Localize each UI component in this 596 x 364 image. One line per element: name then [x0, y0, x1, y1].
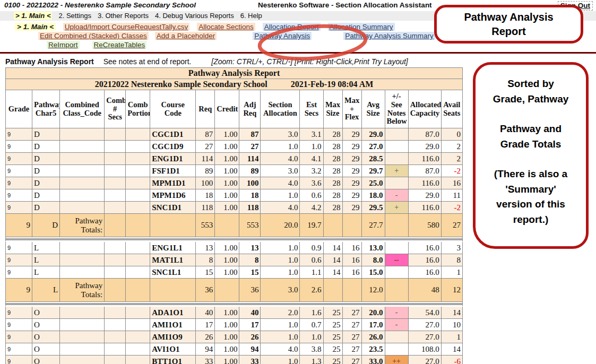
cell-pathway: D — [32, 141, 60, 153]
cell-allocated-capacity: 29.0 — [408, 141, 441, 153]
cell-credit: 1.00 — [215, 242, 239, 254]
cell-grade: 9 — [6, 189, 32, 202]
cell-combined-class-code — [60, 343, 105, 356]
cell-comb-portion — [126, 242, 150, 254]
col-header-max-flex: Max + Flex — [342, 90, 361, 128]
cell-section-allocation: 3.0 — [261, 165, 300, 177]
cell-totals-section-allocation: 3.0 — [261, 279, 300, 302]
cell-avg-size: 15.0 — [361, 266, 385, 279]
cell-course-code: AMI1O9 — [150, 331, 196, 343]
cell-totals-pathway: D — [32, 214, 60, 237]
cell-totals-note — [385, 214, 408, 237]
cell-comb-secs — [105, 153, 126, 165]
cell-est-secs: 1.3 — [300, 356, 323, 364]
cell-combined-class-code — [60, 189, 105, 202]
cell-allocated-capacity: 116.0 — [408, 202, 441, 214]
col-header-credit: Credit — [215, 90, 239, 128]
nav-link-pathway-analysis[interactable]: Pathway Analysis — [253, 32, 312, 40]
cell-course-code: CGC1D1 — [150, 128, 196, 141]
cell-section-allocation: 1.0 — [261, 319, 300, 331]
cell-course-code: ADA1O1 — [150, 307, 196, 319]
cell-course-code: ENG1D1 — [150, 153, 196, 165]
cell-max-flex: 16 — [342, 254, 361, 266]
nav-link-edit-combined-stacked-classes[interactable]: Edit Combined (Stacked) Classes — [38, 32, 149, 40]
callout-side-line: 'Summary' — [476, 182, 586, 197]
cell-totals-comb-portion — [126, 214, 150, 237]
cell-pathway: O — [32, 331, 60, 343]
group-separator-cell — [6, 302, 463, 307]
cell-grade: 9 — [6, 153, 32, 165]
cell-totals-adj-req: 553 — [239, 214, 261, 237]
cell-adj-req: 33 — [239, 356, 261, 364]
cell-est-secs: 3.2 — [300, 165, 323, 177]
cell-course-code: SNC1L1 — [150, 266, 196, 279]
nav-link-add-a-placeholder[interactable]: Add a Placeholder — [155, 32, 217, 40]
cell-comb-secs — [105, 266, 126, 279]
cell-est-secs: 1.6 — [300, 307, 323, 319]
course-row-ada1o1: 9OADA1O1401.00402.01.6252720.0-54.014 — [6, 307, 463, 319]
menu-item-4-debug-various-reports[interactable]: 4. Debug Various Reports — [155, 12, 234, 20]
callout-top-text: Pathway Analysis Report — [450, 10, 568, 39]
cell-comb-portion — [126, 177, 150, 189]
cell-combined-class-code — [60, 319, 105, 331]
cell-section-allocation: 4.0 — [261, 177, 300, 189]
column-header-row: GradePathway Char5Combined Class_CodeCom… — [6, 90, 463, 128]
cell-section-allocation: 1.0 — [261, 189, 300, 202]
cell-credit: 1.00 — [215, 331, 239, 343]
cell-totals-course — [150, 214, 196, 237]
cell-grade: 9 — [6, 165, 32, 177]
cell-allocated-capacity: 54.0 — [408, 307, 441, 319]
nav-link-reimport[interactable]: ReImport — [47, 41, 80, 49]
col-header-allocated-capacity: Allocated Capacity — [408, 90, 441, 128]
cell-comb-portion — [126, 331, 150, 343]
cell-combined-class-code — [60, 356, 105, 364]
menu-item-main[interactable]: > 1. Main < — [14, 12, 52, 20]
nav-link-recreatetables[interactable]: ReCreateTables — [92, 41, 147, 49]
cell-avg-size: 17.0 — [361, 319, 385, 331]
menu-item-2-settings[interactable]: 2. Settings — [58, 12, 91, 20]
cell-max-size: 28 — [323, 189, 342, 202]
nav-link-allocate-sections[interactable]: Allocate Sections — [197, 23, 255, 31]
nav-link-allocation-summary[interactable]: Allocation Summary — [328, 23, 395, 31]
menu-item-6-help[interactable]: 6. Help — [240, 12, 262, 20]
menu-item-3-other-reports[interactable]: 3. Other Reports — [98, 12, 149, 20]
cell-note — [385, 331, 408, 343]
cell-req: 15 — [196, 266, 215, 279]
cell-comb-secs — [105, 254, 126, 266]
course-row-btt1o1: 9OBTT1O1331.00331.01.3252733.0++27.0-6 — [6, 356, 463, 364]
nav-link-pathway-analysis-summary[interactable]: Pathway Analysis Summary — [343, 32, 435, 40]
cell-combined-class-code — [60, 266, 105, 279]
cell-comb-secs — [105, 356, 126, 364]
cell-totals-req: 553 — [196, 214, 215, 237]
cell-avail-seats: 0 — [441, 128, 462, 141]
cell-avail-seats: 1 — [441, 266, 462, 279]
cell-avg-size: 29.0 — [361, 128, 385, 141]
cell-comb-secs — [105, 242, 126, 254]
cell-course-code: SNC1D1 — [150, 202, 196, 214]
nav-link-upload-import-courserequesttally-csv[interactable]: Upload/Import CourseRequestTally.csv — [63, 23, 189, 31]
cell-totals-avg-size: 27.7 — [361, 214, 385, 237]
nav-link-allocation-report[interactable]: Allocation Report — [263, 23, 321, 31]
course-row-mpm1d1: 9DMPM1D11001.001004.03.6282925.0116.016 — [6, 177, 463, 189]
cell-allocated-capacity: 87.0 — [408, 128, 441, 141]
callout-side-line: Grade, Pathway — [476, 92, 586, 107]
cell-note: - — [385, 319, 408, 331]
course-row-snc1d1: 9DSNC1D11181.001184.04.2282929.5+116.0-2 — [6, 202, 463, 214]
callout-side-line: (There is also a — [476, 167, 586, 182]
cell-totals-est-secs: 19.7 — [300, 214, 323, 237]
pathway-totals-row-l: 9LPathway Totals:36363.02.612.04812 — [6, 279, 463, 302]
cell-max-size: 28 — [323, 202, 342, 214]
cell-req: 87 — [196, 128, 215, 141]
cell-pathway: L — [32, 266, 60, 279]
cell-grade: 9 — [6, 202, 32, 214]
cell-req: 33 — [196, 356, 215, 364]
callout-side-line — [476, 152, 586, 167]
cell-credit: 1.00 — [215, 307, 239, 319]
cell-max-size: 28 — [323, 177, 342, 189]
cell-adj-req: 114 — [239, 153, 261, 165]
cell-combined-class-code — [60, 141, 105, 153]
col-header-course-code: Course Code — [150, 90, 196, 128]
cell-grade: 9 — [6, 356, 32, 364]
cell-req: 18 — [196, 189, 215, 202]
cell-credit: 1.00 — [215, 141, 239, 153]
